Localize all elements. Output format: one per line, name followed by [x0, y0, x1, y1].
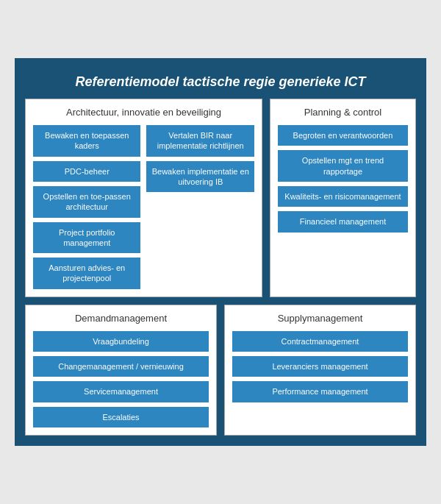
- list-item: Project portfolio management: [33, 222, 140, 254]
- architecture-column-1: Bewaken en toepassen kaders PDC-beheer O…: [33, 125, 140, 289]
- list-item: Vraagbundeling: [33, 331, 209, 352]
- list-item: Begroten en verantwoorden: [278, 125, 408, 146]
- planning-panel-content: Begroten en verantwoorden Opstellen mgt …: [278, 125, 408, 232]
- list-item: Changemanagement / vernieuwing: [33, 356, 209, 377]
- list-item: Performance management: [232, 381, 408, 402]
- supply-panel-content: Contractmanagement Leveranciers manageme…: [232, 331, 408, 402]
- main-title: Referentiemodel tactische regie generiek…: [25, 68, 416, 99]
- list-item: Servicemanagement: [33, 381, 209, 402]
- demand-panel: Demandmanagement Vraagbundeling Changema…: [25, 305, 217, 436]
- list-item: Leveranciers management: [232, 356, 408, 377]
- list-item: Vertalen BIR naar implementatie richtlij…: [146, 125, 254, 157]
- architecture-panel-title: Architectuur, innovatie en beveiliging: [33, 107, 254, 118]
- list-item: Opstellen en toe-passen architectuur: [33, 186, 140, 218]
- list-item: Opstellen mgt en trend rapportage: [278, 150, 408, 182]
- outer-wrapper: Referentiemodel tactische regie generiek…: [15, 58, 426, 446]
- list-item: Financieel management: [278, 211, 408, 232]
- top-section: Architectuur, innovatie en beveiliging B…: [25, 99, 416, 297]
- supply-panel: Supplymanagement Contractmanagement Leve…: [224, 305, 416, 436]
- supply-panel-title: Supplymanagement: [232, 313, 408, 324]
- main-container: Referentiemodel tactische regie generiek…: [15, 58, 426, 446]
- list-item: Kwaliteits- en risicomanagement: [278, 186, 408, 207]
- list-item: Escalaties: [33, 407, 209, 427]
- architecture-panel: Architectuur, innovatie en beveiliging B…: [25, 99, 262, 297]
- list-item: Bewaken en toepassen kaders: [33, 125, 140, 157]
- list-item: Bewaken implementatie en uitvoering IB: [146, 161, 254, 193]
- planning-panel-title: Planning & control: [278, 107, 408, 118]
- architecture-column-2: Vertalen BIR naar implementatie richtlij…: [146, 125, 254, 289]
- architecture-panel-content: Bewaken en toepassen kaders PDC-beheer O…: [33, 125, 254, 289]
- planning-panel: Planning & control Begroten en verantwoo…: [270, 99, 416, 297]
- list-item: Contractmanagement: [232, 331, 408, 352]
- list-item: Aansturen advies- en projectenpool: [33, 258, 140, 289]
- list-item: PDC-beheer: [33, 161, 140, 182]
- demand-panel-title: Demandmanagement: [33, 313, 209, 324]
- bottom-section: Demandmanagement Vraagbundeling Changema…: [25, 305, 416, 436]
- demand-panel-content: Vraagbundeling Changemanagement / vernie…: [33, 331, 209, 427]
